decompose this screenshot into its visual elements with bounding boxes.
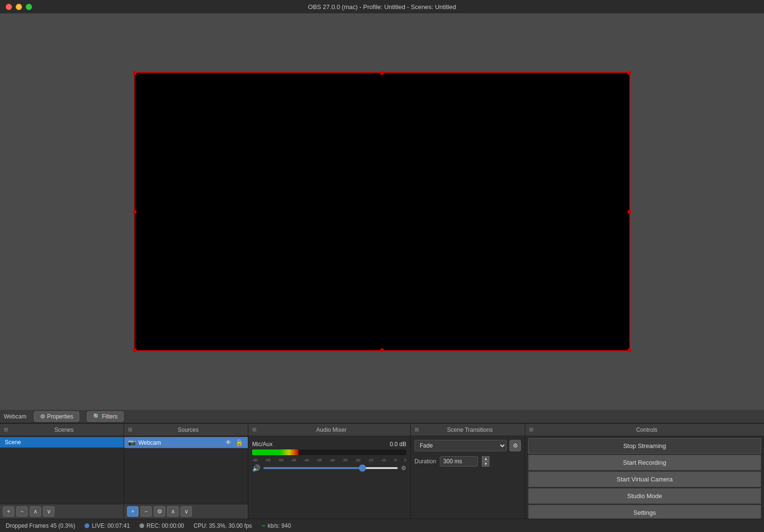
controls-expand-icon[interactable]: ⊞ [529,427,533,433]
scene-item-scene[interactable]: Scene [0,437,124,448]
preview-canvas [134,72,630,351]
scenes-panel-header: ⊞ Scenes [0,424,124,436]
scene-label: Webcam [4,413,26,420]
duration-arrows: ▲ ▼ [482,456,489,467]
handle-bottom-center[interactable] [380,348,384,352]
transitions-content: Fade Cut Swipe Slide Stinger Luma Wipe ⚙… [411,436,525,519]
handle-top-left[interactable] [133,71,137,75]
webcam-source-icon: 📷 [128,439,136,446]
sources-remove-button[interactable]: − [140,506,152,517]
controls-content: Stop Streaming Start Recording Start Vir… [525,436,764,519]
handle-top-right[interactable] [627,71,631,75]
rec-time-label: REC: 00:00:00 [147,522,184,529]
start-virtual-camera-button[interactable]: Start Virtual Camera [528,471,761,487]
status-dropped-frames: Dropped Frames 45 (0.3%) [6,522,75,529]
sources-footer: + − ⚙ ∧ ∨ [124,504,248,519]
sources-settings-button[interactable]: ⚙ [154,506,165,517]
status-rec: REC: 00:00:00 [139,522,184,529]
duration-down-button[interactable]: ▼ [482,461,489,467]
audio-mixer-content: Mic/Aux 0.0 dB -60 -55 -50 -45 -40 -35 -… [248,436,410,519]
source-controls: 👁 🔒 [224,439,244,446]
scenes-panel-title: Scenes [54,427,74,433]
scene-label-bar: Webcam ⚙ Properties 🔍 Filters [0,410,764,423]
audio-meter-bar [252,449,298,455]
sources-expand-icon[interactable]: ⊞ [128,427,132,433]
scenes-footer: + − ∧ ∨ [0,504,124,519]
transition-settings-button[interactable]: ⚙ [509,440,521,451]
handle-top-center[interactable] [380,71,384,75]
minimize-button[interactable] [16,4,22,10]
scenes-add-button[interactable]: + [3,506,14,517]
source-name-webcam: Webcam [138,439,222,446]
dropped-frames-label: Dropped Frames 45 (0.3%) [6,522,75,529]
handle-bottom-left[interactable] [133,348,137,352]
cpu-label: CPU: 35.3%, 30.00 fps [194,522,252,529]
source-lock-button[interactable]: 🔒 [234,439,244,446]
panels-row: ⊞ Scenes Scene + − ∧ ∨ ⊞ Sources [0,423,764,519]
audio-track-name: Mic/Aux [252,441,273,448]
meter-scale: -60 -55 -50 -45 -40 -35 -30 -25 -20 -15 … [252,458,406,462]
scene-transitions-panel: ⊞ Scene Transitions Fade Cut Swipe Slide… [411,424,525,519]
volume-icon: 🔊 [252,464,260,472]
close-button[interactable] [6,4,12,10]
duration-row: Duration ▲ ▼ [411,454,525,469]
scenes-expand-icon[interactable]: ⊞ [4,427,8,433]
live-indicator-dot [85,523,89,528]
live-time-label: LIVE: 00:07:41 [92,522,129,529]
preview-area [0,13,764,410]
sources-up-button[interactable]: ∧ [167,506,179,517]
status-live: LIVE: 00:07:41 [85,522,129,529]
scenes-remove-button[interactable]: − [16,506,28,517]
scenes-up-button[interactable]: ∧ [30,506,41,517]
audio-track-header: Mic/Aux 0.0 dB [252,441,406,448]
audio-panel-title: Audio Mixer [316,427,346,433]
status-kb: kb/s: 940 [262,522,291,529]
handle-middle-right[interactable] [627,210,631,214]
sources-panel-title: Sources [178,427,199,433]
audio-mixer-panel: ⊞ Audio Mixer Mic/Aux 0.0 dB -60 -55 [248,424,411,519]
audio-meter [252,449,406,455]
sources-panel: ⊞ Sources 📷 Webcam 👁 🔒 + − ⚙ ∧ [124,424,248,519]
audio-settings-icon[interactable]: ⚙ [401,465,406,471]
maximize-button[interactable] [26,4,32,10]
studio-mode-button[interactable]: Studio Mode [528,488,761,504]
titlebar: OBS 27.0.0 (mac) - Profile: Untitled - S… [0,0,764,13]
tab-filters[interactable]: 🔍 Filters [87,411,124,422]
scenes-down-button[interactable]: ∨ [43,506,54,517]
audio-db-value: 0.0 dB [390,441,406,448]
transition-row: Fade Cut Swipe Slide Stinger Luma Wipe ⚙ [411,437,525,454]
transitions-expand-icon[interactable]: ⊞ [414,427,419,433]
duration-input[interactable] [440,456,478,467]
volume-slider[interactable] [263,467,398,469]
scenes-panel: ⊞ Scenes Scene + − ∧ ∨ [0,424,124,519]
sources-add-button[interactable]: + [127,506,138,517]
window-title: OBS 27.0.0 (mac) - Profile: Untitled - S… [308,3,456,10]
kb-label: kb/s: 940 [268,522,291,529]
transition-select[interactable]: Fade Cut Swipe Slide Stinger Luma Wipe [414,440,507,451]
transitions-panel-header: ⊞ Scene Transitions [411,424,525,436]
audio-track-mic: Mic/Aux 0.0 dB -60 -55 -50 -45 -40 -35 -… [248,437,410,476]
duration-label: Duration [414,458,436,465]
sources-down-button[interactable]: ∨ [180,506,192,517]
transitions-panel-title: Scene Transitions [447,427,492,433]
volume-row: 🔊 ⚙ [252,464,406,472]
source-item-webcam[interactable]: 📷 Webcam 👁 🔒 [124,437,248,448]
window-controls [6,4,32,10]
audio-expand-icon[interactable]: ⊞ [252,427,256,433]
tab-properties[interactable]: ⚙ Properties [34,411,79,422]
duration-up-button[interactable]: ▲ [482,456,489,461]
settings-button[interactable]: Settings [528,505,761,519]
status-cpu: CPU: 35.3%, 30.00 fps [194,522,252,529]
sources-panel-header: ⊞ Sources [124,424,248,436]
status-bar: Dropped Frames 45 (0.3%) LIVE: 00:07:41 … [0,519,764,532]
source-visibility-button[interactable]: 👁 [224,439,233,446]
handle-bottom-right[interactable] [627,348,631,352]
stop-streaming-button[interactable]: Stop Streaming [528,438,761,454]
handle-middle-left[interactable] [133,210,137,214]
bottom-panel: Webcam ⚙ Properties 🔍 Filters ⊞ Scenes S… [0,410,764,532]
kb-indicator [262,525,265,526]
rec-indicator-dot [139,523,144,528]
sources-list: 📷 Webcam 👁 🔒 [124,436,248,504]
start-recording-button[interactable]: Start Recording [528,455,761,470]
audio-panel-header: ⊞ Audio Mixer [248,424,410,436]
